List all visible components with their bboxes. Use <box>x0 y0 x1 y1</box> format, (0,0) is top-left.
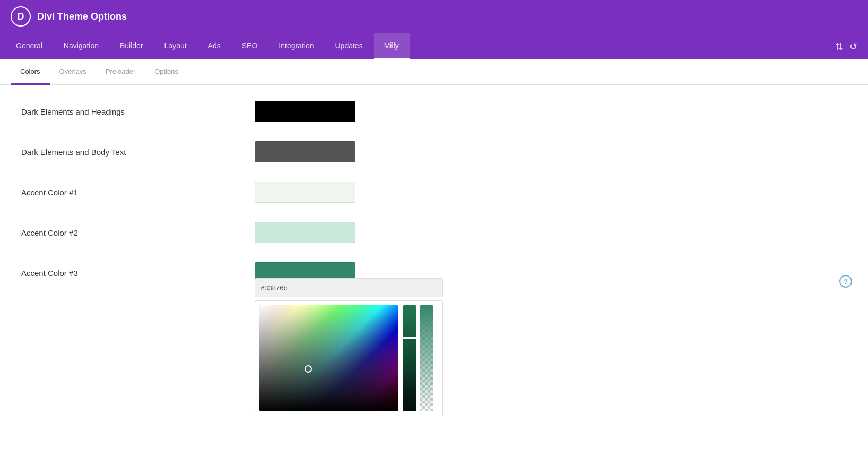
color-label-accent-1: Accent Color #1 <box>21 188 255 197</box>
color-swatch-dark-headings[interactable] <box>255 101 355 122</box>
subtab-overlays[interactable]: Overlays <box>50 59 96 85</box>
nav-bar: General Navigation Builder Layout Ads SE… <box>0 33 868 59</box>
color-swatch-accent-2[interactable] <box>255 222 355 243</box>
app-header: D Divi Theme Options <box>0 0 868 33</box>
nav-item-ads[interactable]: Ads <box>197 33 231 59</box>
help-icon[interactable]: ? <box>839 275 852 288</box>
hex-input-container: #33876b <box>255 278 443 297</box>
alpha-overlay <box>420 305 433 411</box>
reset-icon[interactable]: ↺ <box>849 41 857 53</box>
subtab-colors[interactable]: Colors <box>11 59 50 85</box>
nav-item-integration[interactable]: Integration <box>268 33 324 59</box>
sort-icon[interactable]: ⇅ <box>835 41 843 53</box>
color-picker-box <box>255 300 443 416</box>
nav-item-general[interactable]: General <box>5 33 53 59</box>
subtab-preloader[interactable]: Preloader <box>96 59 145 85</box>
color-label-accent-3: Accent Color #3 <box>21 269 255 278</box>
hex-value[interactable]: #33876b <box>261 284 288 292</box>
nav-item-builder[interactable]: Builder <box>109 33 154 59</box>
nav-item-layout[interactable]: Layout <box>154 33 197 59</box>
nav-item-navigation[interactable]: Navigation <box>53 33 109 59</box>
color-gradient-canvas[interactable] <box>259 305 398 411</box>
subtab-bar: Colors Overlays Preloader Options <box>0 59 868 85</box>
color-row-accent-3: Accent Color #3 #33876b <box>21 262 847 416</box>
color-row-dark-headings: Dark Elements and Headings <box>21 101 847 122</box>
color-picker: #33876b <box>255 278 443 416</box>
color-label-dark-body: Dark Elements and Body Text <box>21 148 255 157</box>
color-row-accent-1: Accent Color #1 <box>21 182 847 203</box>
subtab-options[interactable]: Options <box>145 59 188 85</box>
main-content: Dark Elements and Headings Dark Elements… <box>0 85 868 465</box>
color-label-dark-headings: Dark Elements and Headings <box>21 107 255 116</box>
color-swatch-dark-body[interactable] <box>255 141 355 162</box>
logo-icon: D <box>11 6 31 27</box>
nav-item-updates[interactable]: Updates <box>324 33 373 59</box>
nav-item-milly[interactable]: Milly <box>374 33 410 59</box>
nav-item-seo[interactable]: SEO <box>231 33 268 59</box>
color-label-accent-2: Accent Color #2 <box>21 228 255 237</box>
hue-strip[interactable] <box>403 305 416 411</box>
hue-handle <box>403 337 416 339</box>
color-row-dark-body: Dark Elements and Body Text <box>21 141 847 162</box>
alpha-strip[interactable] <box>420 305 433 411</box>
app-title: Divi Theme Options <box>37 11 127 22</box>
color-swatch-accent-1[interactable] <box>255 182 355 203</box>
color-strips <box>403 305 433 411</box>
color-row-accent-2: Accent Color #2 <box>21 222 847 243</box>
nav-right-actions: ⇅ ↺ <box>835 33 863 59</box>
app-logo: D Divi Theme Options <box>11 6 127 27</box>
